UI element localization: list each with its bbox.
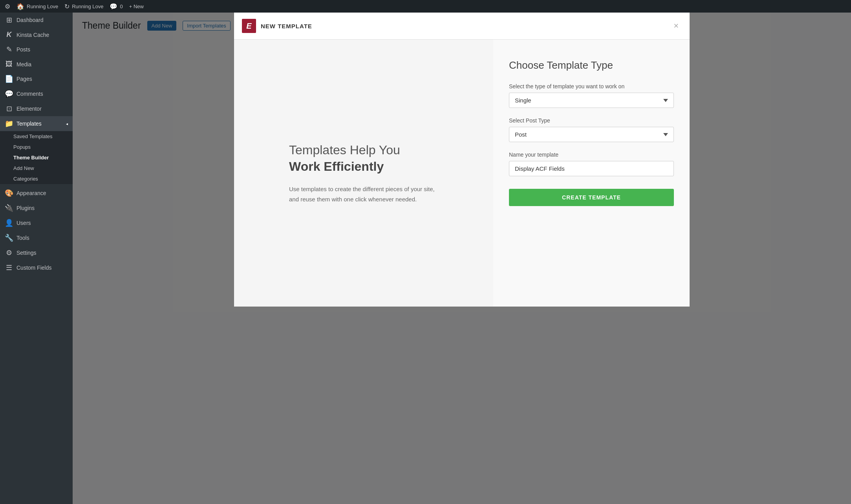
sidebar-item-custom-fields[interactable]: ☰ Custom Fields: [0, 260, 73, 275]
appearance-icon: 🎨: [5, 189, 13, 197]
templates-icon: 📁: [5, 119, 13, 128]
elementor-icon: ⊡: [5, 104, 13, 113]
admin-bar-site[interactable]: 🏠 Running Love: [16, 3, 58, 10]
sidebar-item-plugins[interactable]: 🔌 Plugins: [0, 201, 73, 215]
posts-icon: ✎: [5, 45, 13, 54]
template-type-group: Select the type of template you want to …: [509, 83, 674, 108]
templates-submenu: Saved Templates Popups Theme Builder Add…: [0, 131, 73, 184]
refresh-icon: ↻: [64, 3, 70, 10]
sidebar-item-add-new[interactable]: Add New: [0, 163, 73, 173]
modal-body: Templates Help You Work Efficiently Use …: [234, 40, 690, 307]
sidebar-item-comments[interactable]: 💬 Comments: [0, 86, 73, 101]
sidebar: ⊞ Dashboard K Kinsta Cache ✎ Posts 🖼 Med…: [0, 13, 73, 504]
sidebar-item-pages[interactable]: 📄 Pages: [0, 71, 73, 86]
sidebar-item-saved-templates[interactable]: Saved Templates: [0, 131, 73, 142]
modal-header: E NEW TEMPLATE ×: [234, 13, 690, 40]
sidebar-item-posts[interactable]: ✎ Posts: [0, 42, 73, 57]
home-icon: 🏠: [16, 3, 24, 10]
sidebar-item-popups[interactable]: Popups: [0, 142, 73, 152]
comments-icon: 💬: [5, 89, 13, 98]
template-name-group: Name your template: [509, 152, 674, 176]
choose-template-type-title: Choose Template Type: [509, 59, 674, 71]
template-type-label: Select the type of template you want to …: [509, 83, 674, 89]
post-type-label: Select Post Type: [509, 117, 674, 124]
chevron-left-icon: ◂: [66, 122, 68, 126]
modal-close-button[interactable]: ×: [670, 20, 682, 32]
custom-fields-icon: ☰: [5, 263, 13, 272]
comment-icon: 💬: [110, 3, 117, 10]
new-template-modal: E NEW TEMPLATE × Templates Help You Work…: [234, 13, 690, 307]
sidebar-item-media[interactable]: 🖼 Media: [0, 57, 73, 71]
admin-bar-updates[interactable]: ↻ Running Love: [64, 3, 103, 10]
admin-bar: ⚙ 🏠 Running Love ↻ Running Love 💬 0 + Ne…: [0, 0, 851, 13]
modal-title: NEW TEMPLATE: [261, 23, 312, 29]
sidebar-item-theme-builder[interactable]: Theme Builder: [0, 152, 73, 163]
modal-left-content: Templates Help You Work Efficiently Use …: [289, 142, 438, 204]
modal-left-description: Use templates to create the different pi…: [289, 184, 438, 204]
dashboard-icon: ⊞: [5, 16, 13, 24]
modal-left-panel: Templates Help You Work Efficiently Use …: [234, 40, 493, 307]
plugins-icon: 🔌: [5, 204, 13, 212]
post-type-select[interactable]: Post Page Custom Post Type: [509, 127, 674, 142]
sidebar-item-appearance[interactable]: 🎨 Appearance: [0, 186, 73, 201]
sidebar-item-categories[interactable]: Categories: [0, 173, 73, 184]
main-content: Theme Builder Add New Import Templates E…: [73, 13, 851, 504]
admin-bar-wp-logo[interactable]: ⚙: [5, 3, 10, 10]
post-type-group: Select Post Type Post Page Custom Post T…: [509, 117, 674, 142]
wp-logo-icon: ⚙: [5, 3, 10, 10]
admin-bar-comments[interactable]: 💬 0: [110, 3, 123, 10]
sidebar-item-dashboard[interactable]: ⊞ Dashboard: [0, 13, 73, 27]
sidebar-item-templates[interactable]: 📁 Templates ◂: [0, 116, 73, 131]
sidebar-item-kinsta-cache[interactable]: K Kinsta Cache: [0, 27, 73, 42]
create-template-button[interactable]: CREATE TEMPLATE: [509, 189, 674, 206]
users-icon: 👤: [5, 219, 13, 227]
modal-overlay: E NEW TEMPLATE × Templates Help You Work…: [73, 13, 851, 504]
template-name-label: Name your template: [509, 152, 674, 158]
kinsta-icon: K: [5, 31, 13, 39]
elementor-modal-icon: E: [242, 19, 256, 33]
sidebar-item-elementor[interactable]: ⊡ Elementor: [0, 101, 73, 116]
modal-right-panel: Choose Template Type Select the type of …: [493, 40, 690, 307]
modal-left-title: Templates Help You Work Efficiently: [289, 142, 438, 175]
pages-icon: 📄: [5, 75, 13, 83]
sidebar-item-settings[interactable]: ⚙ Settings: [0, 245, 73, 260]
sidebar-item-users[interactable]: 👤 Users: [0, 215, 73, 230]
tools-icon: 🔧: [5, 234, 13, 242]
media-icon: 🖼: [5, 60, 13, 68]
sidebar-item-tools[interactable]: 🔧 Tools: [0, 230, 73, 245]
settings-icon: ⚙: [5, 248, 13, 257]
admin-bar-new[interactable]: + New: [129, 4, 144, 9]
template-name-input[interactable]: [509, 161, 674, 176]
template-type-select[interactable]: Single Archive Search Results Error 404 …: [509, 93, 674, 108]
